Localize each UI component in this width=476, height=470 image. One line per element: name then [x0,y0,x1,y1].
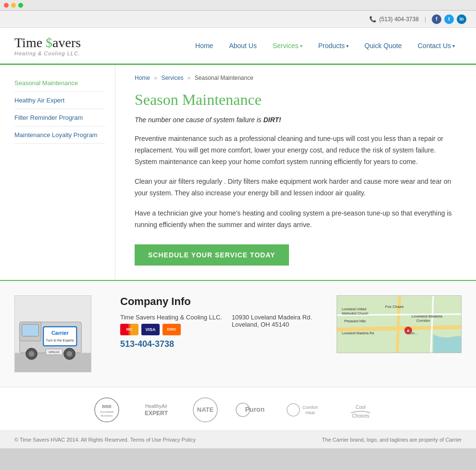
carrier-text: The Carrier brand, logo, and taglines ar… [322,437,462,443]
breadcrumb: Home » Services » Seasonal Maintenance [135,75,457,81]
services-arrow: ▾ [300,43,302,49]
body-para1: Preventive maintenance such as a profess… [135,133,457,167]
map-svg: Loveland United Methodist Church Fox Cha… [337,296,462,353]
nate-logo: NATE [192,397,219,423]
sidebar-item-seasonal[interactable]: Seasonal Maintenance [14,75,105,92]
svg-text:A: A [407,329,410,333]
social-links: f t in [432,14,466,24]
copyright-text: © Time Savers HVAC 2014. All Rights Rese… [14,437,129,443]
sidebar: Seasonal Maintenance Healthy Air Expert … [0,65,115,280]
header: Time $avers Heating & Cooling LLC. Home … [0,28,476,65]
page-subtitle: The number one cause of system failure i… [135,116,457,124]
logo-time: Time [14,35,46,50]
company-name: Time Savers Heating & Cooling LLC. [120,314,222,321]
top-bar: 📞 (513) 404-3738 | f t in [0,11,476,28]
svg-text:Accredited: Accredited [100,410,113,413]
breadcrumb-sep2: » [188,75,191,81]
van-svg: Carrier Turn to the Experts XPR143 [14,296,91,372]
van-image: Carrier Turn to the Experts XPR143 [14,295,91,372]
svg-text:Loveland Madeira Rd: Loveland Madeira Rd [342,331,374,335]
logo-subtitle: Heating & Cooling LLC. [14,51,81,56]
nav-quickquote[interactable]: Quick Quote [358,38,409,53]
phone-number: (513) 404-3738 [379,16,419,23]
body-para3: Have a technician give your home's heati… [135,208,457,231]
logo-avers: avers [52,35,81,50]
sidebar-item-filter[interactable]: Filter Reminder Program [14,109,105,127]
twitter-icon[interactable]: t [444,14,454,24]
footer-section: Carrier Turn to the Experts XPR143 [0,280,476,387]
svg-text:NATE: NATE [197,406,214,413]
close-button[interactable] [4,3,9,8]
phone-icon: 📞 [369,16,376,23]
breadcrumb-services[interactable]: Services [161,75,183,81]
privacy-link[interactable]: Privacy Policy [163,437,196,443]
svg-text:Loveland-Madeira: Loveland-Madeira [412,314,443,318]
svg-text:Cool: Cool [356,405,366,410]
sidebar-item-healthy[interactable]: Healthy Air Expert [14,92,105,109]
bottom-bar: © Time Savers HVAC 2014. All Rights Rese… [0,431,476,448]
footer-logos: BBB Accredited Business HealthyAir EXPER… [0,387,476,431]
address-line2: Loveland, OH 45140 [232,321,312,328]
svg-text:Methodist Church: Methodist Church [342,312,368,315]
svg-text:Business: Business [101,414,113,417]
svg-text:Fox Chase: Fox Chase [385,305,404,309]
svg-text:Loveland United: Loveland United [342,307,366,311]
contact-arrow: ▾ [452,43,455,49]
nav-about[interactable]: About Us [222,38,263,53]
svg-text:Turn to the Experts: Turn to the Experts [46,338,75,342]
nav-services[interactable]: Services ▾ [266,38,309,53]
svg-text:Choices: Choices [352,413,369,419]
nav-home[interactable]: Home [188,38,220,53]
svg-text:Puron: Puron [245,406,264,413]
comfortheat-logo: Comfort Heat [286,399,325,421]
svg-text:HealthyAir: HealthyAir [145,404,168,409]
sidebar-item-maintenance[interactable]: Maintenance Loyalty Program [14,127,105,144]
nav-contact[interactable]: Contact Us ▾ [411,38,462,53]
svg-text:EXPERT: EXPERT [145,410,168,417]
address-block: 10930 Loveland Madeira Rd. Loveland, OH … [232,314,312,349]
svg-point-29 [95,398,119,422]
bbb-logo: BBB Accredited Business [94,397,120,423]
logo-dollar: $ [46,35,52,50]
window-controls[interactable] [4,3,23,8]
footer-map: Loveland United Methodist Church Fox Cha… [337,295,462,372]
map-image[interactable]: Loveland United Methodist Church Fox Cha… [337,295,462,353]
logo-text: Time $avers [14,35,81,51]
breadcrumb-sep1: » [154,75,157,81]
footer-van: Carrier Turn to the Experts XPR143 [14,295,101,372]
company-phone: 513-404-3738 [120,339,222,349]
facebook-icon[interactable]: f [432,14,441,24]
footer-company: Company Info Time Savers Heating & Cooli… [111,295,327,372]
main-content: Home » Services » Seasonal Maintenance S… [115,65,476,280]
minimize-button[interactable] [11,3,16,8]
svg-rect-4 [22,324,39,336]
mastercard-icon: MC [120,324,138,335]
visa-icon: VISA [141,324,160,335]
company-details: Time Savers Heating & Cooling LLC. MC VI… [120,314,222,349]
terms-link[interactable]: Terms of Use [130,437,162,443]
body-para2: Clean your air filters regularly . Dirty… [135,176,457,199]
discover-icon: DISC [163,324,181,335]
linkedin-icon[interactable]: in [457,14,466,24]
svg-text:BBB: BBB [102,404,112,409]
nav-products[interactable]: Products ▾ [312,38,355,53]
cta-button[interactable]: SCHEDULE YOUR SERVICE TODAY [135,244,289,266]
svg-text:Corridor: Corridor [416,318,430,323]
logo[interactable]: Time $avers Heating & Cooling LLC. [14,35,81,56]
company-info-row: Time Savers Heating & Cooling LLC. MC VI… [120,314,317,349]
svg-point-39 [287,404,300,416]
content-area: Seasonal Maintenance Healthy Air Expert … [0,65,476,280]
phone-info: 📞 (513) 404-3738 [369,16,419,23]
copyright-section: © Time Savers HVAC 2014. All Rights Rese… [14,437,196,443]
breadcrumb-home[interactable]: Home [135,75,150,81]
maximize-button[interactable] [18,3,23,8]
company-info-title: Company Info [120,295,317,308]
svg-text:Pheasant Hills: Pheasant Hills [344,319,366,323]
address-line1: 10930 Loveland Madeira Rd. [232,314,312,321]
payment-icons: MC VISA DISC [120,324,222,335]
puron-logo: Puron [233,399,272,421]
page-title: Season Maintenance [135,91,457,109]
subtitle-prefix: The number one cause of system failure i… [135,116,263,124]
main-nav: Home About Us Services ▾ Products ▾ Quic… [188,38,462,53]
svg-text:Carrier: Carrier [51,330,69,336]
